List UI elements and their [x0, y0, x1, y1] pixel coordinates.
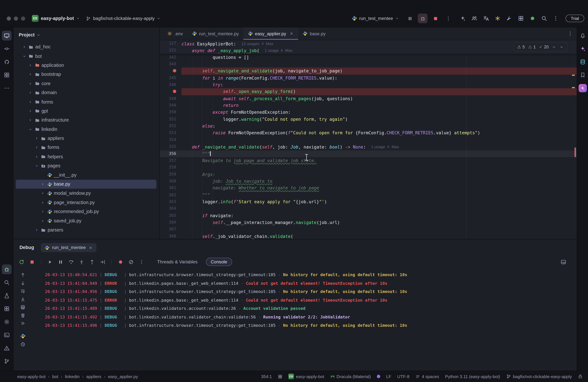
grid-widget[interactable] [278, 374, 282, 379]
line-number-gutter[interactable]: 367 [160, 226, 181, 233]
code-line-367[interactable]: 367 [160, 226, 577, 233]
code-line-354[interactable]: 354 [160, 136, 577, 143]
collapsed-chevron-icon[interactable] [28, 118, 33, 122]
structure-tool-icon[interactable] [2, 70, 11, 80]
line-number-gutter[interactable]: 366 [160, 219, 181, 226]
line-number-gutter[interactable]: 352 [160, 123, 181, 129]
code-line-357[interactable]: 357 Navigate to job page and validate jo… [160, 157, 577, 164]
tree-item-infrastructure[interactable]: infrastructure [16, 116, 156, 125]
code-vision-hint[interactable]: 12 usagesMax [241, 40, 273, 47]
collapsed-chevron-icon[interactable] [28, 100, 33, 104]
commit-tool-icon[interactable] [2, 44, 11, 54]
code-line-363[interactable]: 363 logger.info(f'Start easy apply for "… [160, 198, 577, 205]
line-number-gutter[interactable]: 345 [160, 75, 181, 81]
debug-tool-icon[interactable] [2, 265, 11, 274]
line-number-gutter[interactable]: 348 [160, 95, 181, 102]
line-number-gutter[interactable] [160, 88, 181, 95]
line-number-gutter[interactable]: 322 [160, 47, 181, 54]
window-controls[interactable] [7, 16, 25, 21]
collapsed-chevron-icon[interactable] [40, 182, 45, 186]
translate-icon[interactable] [483, 15, 489, 21]
code-line-342[interactable]: 342 questions = [] [160, 54, 577, 61]
line-number-gutter[interactable]: 360 [160, 178, 181, 185]
history-icon[interactable] [20, 342, 25, 347]
collaborate-icon[interactable] [471, 15, 477, 21]
line-number-gutter[interactable]: 349 [160, 102, 181, 109]
ai-assistant-icon[interactable] [578, 44, 588, 54]
tab-options-icon[interactable] [567, 31, 573, 36]
services-tool-icon[interactable] [2, 304, 11, 314]
line-number-gutter[interactable]: 356 [160, 150, 181, 157]
line-number-gutter[interactable]: 353 [160, 129, 181, 136]
code-line-360[interactable]: 360 job: Job to navigate to [160, 178, 577, 185]
clear-console-icon[interactable] [20, 313, 25, 318]
editor-tab-easy_applier.py[interactable]: easy_applier.py [243, 27, 298, 40]
tree-item-domain[interactable]: domain [16, 88, 156, 97]
code-line-352[interactable]: 352 else: [160, 123, 577, 129]
warning-count[interactable]: ⚠5 [517, 43, 525, 50]
accent-color-dot[interactable] [377, 375, 380, 378]
debug-button[interactable] [418, 14, 428, 23]
stop-button[interactable] [29, 259, 35, 265]
more-tools-icon[interactable] [2, 83, 11, 93]
ai-chat-icon[interactable] [460, 15, 466, 21]
pause-program-button[interactable] [405, 14, 415, 23]
collapsed-chevron-icon[interactable] [28, 64, 33, 67]
next-problem-icon[interactable] [559, 45, 564, 49]
terminal-tool-icon[interactable] [2, 330, 11, 340]
weak-warning-count[interactable]: ⚠1 [528, 43, 536, 50]
code-line-344[interactable]: self._navigate_and_validate(job, navigat… [160, 68, 577, 75]
scrollbar-thumb[interactable] [574, 147, 576, 157]
vcs-tool-icon[interactable] [2, 357, 11, 366]
code-line-366[interactable]: 366 self.__page_interaction_manager.navi… [160, 219, 577, 226]
tree-item-recommended_job.py[interactable]: recommended_job.py [16, 207, 156, 216]
debug-tab-Console[interactable]: Console [206, 258, 232, 266]
next-occurrence-icon[interactable] [20, 280, 25, 286]
line-number-gutter[interactable]: 350 [160, 109, 181, 116]
line-number-gutter[interactable]: 342 [160, 54, 181, 61]
close-window-button[interactable] [7, 16, 11, 21]
settings-icon[interactable] [2, 317, 11, 327]
step-over-button[interactable] [68, 259, 74, 265]
view-breakpoints-button[interactable] [118, 259, 123, 265]
line-number-gutter[interactable]: 355 [160, 143, 181, 150]
collapsed-chevron-icon[interactable] [34, 155, 39, 159]
code-line-362[interactable]: 362 """ [160, 191, 577, 198]
code-line-355[interactable]: 355 def _navigate_and_validate(self, job… [160, 143, 577, 150]
tree-item-helpers[interactable]: helpers [16, 152, 156, 161]
collapsed-chevron-icon[interactable] [28, 109, 33, 113]
tree-item-forms[interactable]: forms [16, 143, 156, 152]
inspections-widget[interactable]: ⚠5⚠1✓20 [513, 42, 568, 52]
expanded-chevron-icon[interactable] [28, 127, 33, 131]
status-dot-icon[interactable] [529, 15, 536, 21]
editor-tab-run_test_mentee.py[interactable]: run_test_mentee.py [187, 27, 243, 40]
collapsed-chevron-icon[interactable] [40, 210, 45, 213]
line-number-gutter[interactable]: 354 [160, 136, 181, 143]
project-widget[interactable]: EB easy-apply-bot [29, 14, 83, 23]
tree-item-parsers[interactable]: parsers [16, 225, 156, 234]
code-line-350[interactable]: 350 except FormNotOpenedException: [160, 109, 577, 116]
trial-badge[interactable]: Trial [566, 15, 584, 22]
pause-button[interactable] [58, 259, 63, 265]
project-tool-icon[interactable] [2, 31, 11, 41]
code-line-365[interactable]: 365 if navigate: [160, 212, 577, 219]
line-number-gutter[interactable]: 357 [160, 157, 181, 164]
debug-session-tab[interactable]: run_test_mentee [41, 243, 96, 252]
find-tool-icon[interactable] [2, 278, 11, 288]
lock-icon[interactable] [578, 374, 583, 379]
code-line-349[interactable]: 349 return [160, 102, 577, 109]
collapsed-chevron-icon[interactable] [40, 219, 45, 223]
tree-item-gpt[interactable]: gpt [16, 106, 156, 116]
tree-item-bot[interactable]: bot [16, 51, 156, 61]
line-number-gutter[interactable]: 368 [160, 233, 181, 239]
expand-all-icon[interactable] [20, 321, 25, 326]
expanded-chevron-icon[interactable] [22, 54, 27, 58]
collapsed-chevron-icon[interactable] [28, 82, 33, 85]
maximize-window-button[interactable] [21, 16, 25, 21]
code-line-368[interactable]: 368 self._job_validator_chain.validate( [160, 233, 577, 239]
stop-button[interactable] [431, 14, 440, 23]
step-out-button[interactable] [89, 259, 95, 265]
highlight-icon[interactable] [495, 15, 501, 21]
code-line-351[interactable]: 351 logger.warning("Could not open form,… [160, 116, 577, 123]
problems-tool-icon[interactable] [2, 343, 11, 353]
